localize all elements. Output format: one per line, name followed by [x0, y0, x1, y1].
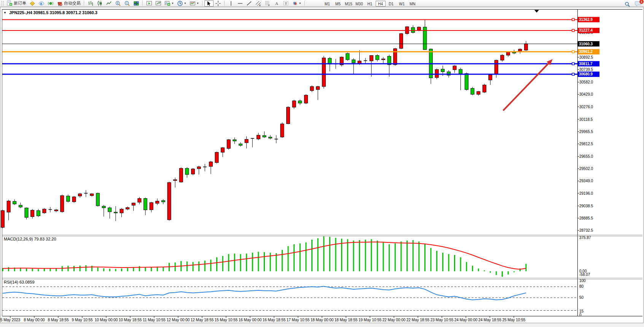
period-button[interactable]: ▼: [175, 0, 188, 6]
indicators-window-button[interactable]: [145, 0, 154, 6]
fibonacci-icon: F: [265, 0, 271, 6]
text-tool-button[interactable]: A: [272, 0, 281, 6]
zoom-in-button[interactable]: [113, 0, 123, 6]
timeframe-H4[interactable]: H4: [376, 1, 386, 6]
label-tool-button[interactable]: T: [281, 0, 290, 6]
new-order-button[interactable]: 新订单: [5, 0, 28, 6]
search-icon: [624, 1, 630, 7]
rsi-label: RSI(14) 63.0859: [4, 280, 35, 284]
autotrade-label: 自动交易: [64, 0, 81, 6]
timeframe-W1[interactable]: W1: [397, 1, 407, 6]
styler-button[interactable]: [28, 0, 37, 6]
autotrade-icon: [57, 0, 63, 6]
signal-button[interactable]: [46, 0, 55, 6]
svg-text:30429.0: 30429.0: [579, 92, 593, 96]
cloud-icon: [38, 0, 45, 6]
zoom-out-icon: [124, 0, 130, 6]
zoom-out-button[interactable]: [123, 0, 132, 6]
vertical-line-icon: [228, 0, 234, 6]
svg-text:80: 80: [579, 284, 584, 289]
chevron-down-icon: ▼: [184, 2, 187, 5]
chat-button[interactable]: 1: [635, 0, 642, 8]
cloud-button[interactable]: [37, 0, 46, 6]
timeframe-M15[interactable]: M15: [344, 1, 354, 6]
svg-text:10 May 00:00: 10 May 00:00: [95, 318, 118, 322]
collapse-triangle-icon[interactable]: ▼: [3, 11, 6, 14]
svg-text:22 May 18:55: 22 May 18:55: [406, 318, 430, 322]
svg-text:11 May 10:55: 11 May 10:55: [143, 318, 166, 322]
trendline-tool-button[interactable]: [245, 0, 254, 6]
search-button[interactable]: [623, 1, 632, 7]
add-indicator-button[interactable]: ▼: [163, 0, 175, 6]
fibonacci-tool-button[interactable]: F: [263, 0, 272, 6]
svg-text:29502.0: 29502.0: [579, 167, 593, 171]
svg-text:23 May 10:55: 23 May 10:55: [430, 318, 454, 322]
arrows-tool-button[interactable]: ▼: [290, 0, 303, 6]
tile-windows-icon: [133, 0, 139, 6]
horizontal-line-tool-button[interactable]: [236, 0, 245, 6]
text-label-icon: T: [283, 0, 289, 6]
macd-label: MACD(12,26,9) 79.83 32.20: [4, 237, 56, 241]
cursor-icon: [206, 0, 212, 6]
autotrade-button[interactable]: 自动交易: [55, 0, 82, 6]
chevron-down-icon: ▼: [196, 2, 199, 5]
window-frame: [0, 7, 644, 327]
timeframe-MN[interactable]: MN: [408, 1, 418, 6]
svg-text:30582.0: 30582.0: [579, 80, 593, 84]
crosshair-tool-button[interactable]: [214, 0, 223, 6]
chart-arrow-icon: [155, 0, 161, 6]
zoom-in-icon: [115, 0, 121, 6]
tester-button[interactable]: [154, 0, 163, 6]
toolbar-separator: [224, 1, 225, 6]
timeframe-D1[interactable]: D1: [386, 1, 396, 6]
svg-text:28885.5: 28885.5: [579, 216, 593, 220]
template-button[interactable]: ▼: [188, 0, 201, 6]
new-order-label: 新订单: [14, 0, 26, 6]
svg-text:29965.5: 29965.5: [579, 130, 593, 134]
timeframe-M30[interactable]: M30: [354, 1, 364, 6]
svg-text:30118.5: 30118.5: [579, 117, 593, 122]
toolbar-separator: [304, 1, 305, 6]
svg-text:29349.0: 29349.0: [579, 179, 593, 183]
svg-text:-58.07: -58.07: [579, 272, 590, 277]
chart-symbol: JPN225-,H4: [9, 10, 32, 15]
timeframe-H1[interactable]: H1: [365, 1, 375, 6]
notification-badge: 1: [639, 0, 644, 4]
svg-text:29038.5: 29038.5: [579, 204, 593, 208]
timeframe-group: M1M5M15M30H1H4D1W1MN: [322, 0, 418, 7]
svg-text:31362.9: 31362.9: [579, 18, 593, 22]
gold-gem-icon: [29, 0, 35, 6]
svg-text:100: 100: [579, 279, 586, 283]
svg-text:30739.5: 30739.5: [579, 67, 593, 72]
toolbar-spacer: [307, 3, 322, 3]
svg-text:E: E: [259, 4, 261, 6]
timeframe-M5[interactable]: M5: [333, 1, 343, 6]
timeframe-M1[interactable]: M1: [322, 1, 332, 6]
candle-chart-type-button[interactable]: [95, 0, 104, 6]
svg-text:9 May 10:55: 9 May 10:55: [72, 318, 92, 322]
vertical-line-tool-button[interactable]: [226, 0, 236, 6]
toolbar-separator: [202, 1, 203, 6]
svg-text:30892.5: 30892.5: [579, 55, 593, 59]
channel-tool-button[interactable]: E: [254, 0, 263, 6]
new-order-icon: [6, 0, 13, 6]
svg-text:18 May 18:55: 18 May 18:55: [335, 318, 358, 322]
svg-text:30811.7: 30811.7: [579, 62, 593, 66]
svg-text:24 May 18:55: 24 May 18:55: [478, 318, 502, 322]
chart-canvas[interactable]: 31203.030892.530739.530582.030429.030276…: [0, 0, 644, 327]
svg-text:10 May 18:55: 10 May 18:55: [119, 318, 142, 322]
line-chart-type-button[interactable]: [104, 0, 113, 6]
svg-text:18 May 00:00: 18 May 00:00: [311, 318, 334, 322]
svg-text:31060.3: 31060.3: [579, 42, 593, 46]
tile-windows-button[interactable]: [132, 0, 141, 6]
svg-text:30276.0: 30276.0: [579, 105, 593, 109]
equidistant-channel-icon: E: [255, 0, 261, 6]
toolbar-drag-handle[interactable]: [2, 1, 3, 6]
bar-chart-type-button[interactable]: [86, 0, 95, 6]
svg-text:24 May 00:00: 24 May 00:00: [454, 318, 478, 322]
svg-text:F: F: [268, 4, 270, 6]
chevron-down-icon: ▼: [171, 2, 174, 5]
cursor-tool-button[interactable]: [204, 0, 214, 6]
crosshair-icon: [215, 0, 221, 6]
line-chart-icon: [106, 0, 112, 6]
